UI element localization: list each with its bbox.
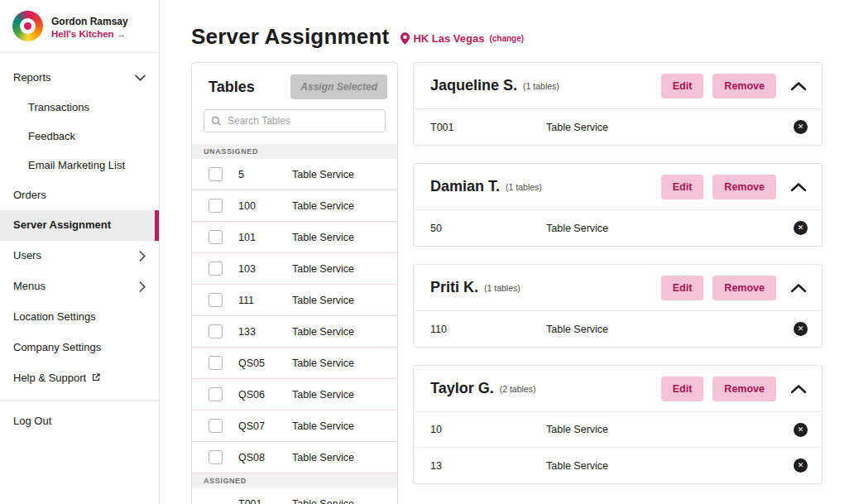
unassign-table-icon[interactable]: ✕: [794, 423, 808, 437]
server-name: Taylor G.: [430, 380, 494, 397]
collapse-chevron-icon[interactable]: [790, 283, 807, 293]
server-name: Jaqueline S.: [430, 77, 517, 94]
server-card: Taylor G.(2 tables)EditRemove10Table Ser…: [413, 365, 823, 484]
table-id: 50: [430, 223, 546, 234]
table-checkbox[interactable]: [209, 324, 223, 338]
sidebar-item-email-marketing-list[interactable]: Email Marketing List: [0, 151, 159, 180]
location-selector: HK Las Vegas (change): [401, 32, 524, 45]
table-id: QS05: [238, 358, 292, 369]
collapse-chevron-icon[interactable]: [790, 81, 807, 91]
table-row: T001Table Service: [192, 488, 397, 504]
remove-button[interactable]: Remove: [712, 276, 776, 300]
table-type: Table Service: [292, 295, 354, 306]
unassign-table-icon[interactable]: ✕: [794, 120, 808, 134]
table-checkbox[interactable]: [209, 262, 223, 276]
sidebar-item-transactions[interactable]: Transactions: [0, 94, 159, 122]
sidebar-item-feedback[interactable]: Feedback: [0, 122, 159, 151]
server-table-count: (1 tables): [506, 182, 652, 192]
main-content: Server Assignment HK Las Vegas (change) …: [160, 0, 854, 504]
table-id: QS06: [238, 389, 292, 401]
remove-button[interactable]: Remove: [712, 175, 776, 199]
assigned-table-row: T001Table Service✕: [414, 109, 822, 145]
page-header: Server Assignment HK Las Vegas (change): [191, 0, 823, 62]
page-title: Server Assignment: [191, 24, 389, 50]
sidebar-item-location-settings[interactable]: Location Settings: [0, 302, 159, 333]
table-row: QS06Table Service: [192, 379, 397, 410]
assigned-table-row: 110Table Service✕: [414, 311, 822, 347]
collapse-chevron-icon[interactable]: [790, 182, 807, 192]
table-row: 103Table Service: [192, 253, 397, 285]
tables-panel-header: Tables Assign Selected: [192, 63, 397, 109]
sidebar-item-reports[interactable]: Reports: [0, 63, 159, 94]
table-id: 5: [238, 169, 292, 180]
divider: [0, 400, 159, 401]
assign-selected-button[interactable]: Assign Selected: [290, 74, 387, 99]
table-checkbox[interactable]: [209, 167, 223, 181]
chevron-down-icon: [135, 74, 146, 81]
server-card-header: Priti K.(1 tables)EditRemove: [414, 265, 822, 311]
server-table-count: (2 tables): [500, 384, 652, 394]
assigned-table-row: 50Table Service✕: [414, 210, 822, 246]
server-table-count: (1 tables): [484, 283, 652, 293]
remove-button[interactable]: Remove: [712, 74, 776, 98]
org-link[interactable]: Hell's Kitchen →: [51, 29, 128, 39]
edit-button[interactable]: Edit: [661, 175, 704, 199]
unassign-table-icon[interactable]: ✕: [794, 458, 808, 473]
table-type: Table Service: [546, 223, 794, 234]
sidebar-item-users[interactable]: Users: [0, 241, 159, 271]
table-checkbox[interactable]: [209, 387, 223, 401]
assigned-section-header: ASSIGNED: [192, 473, 397, 488]
table-checkbox[interactable]: [209, 419, 223, 433]
table-id: 133: [238, 326, 292, 338]
chevron-right-icon: [139, 281, 146, 292]
location-pin-icon: [401, 32, 410, 45]
sidebar-item-help-support[interactable]: Help & Support: [0, 363, 159, 394]
search-tables-input[interactable]: [204, 109, 386, 132]
external-link-icon: [91, 372, 101, 382]
table-checkbox[interactable]: [209, 230, 223, 244]
profile-text: Gordon Ramsay Hell's Kitchen →: [51, 14, 128, 39]
tables-panel: Tables Assign Selected UNASSIGNED 5Table…: [191, 62, 398, 504]
table-type: Table Service: [546, 424, 794, 435]
table-id: 101: [238, 232, 292, 243]
remove-button[interactable]: Remove: [712, 377, 776, 401]
table-id: T001: [238, 498, 292, 504]
unassign-table-icon[interactable]: ✕: [794, 322, 808, 336]
table-id: QS07: [238, 420, 292, 432]
server-name: Priti K.: [430, 279, 478, 296]
collapse-chevron-icon[interactable]: [790, 384, 807, 394]
table-type: Table Service: [292, 200, 354, 212]
unassign-table-icon[interactable]: ✕: [794, 221, 808, 235]
table-checkbox[interactable]: [209, 199, 223, 213]
table-type: Table Service: [546, 324, 794, 335]
assigned-list: T001Table Service: [192, 488, 397, 504]
table-type: Table Service: [292, 232, 354, 243]
table-id: 100: [238, 200, 292, 212]
table-row: 133Table Service: [192, 316, 397, 348]
table-checkbox[interactable]: [209, 356, 223, 370]
table-id: T001: [430, 122, 546, 133]
table-type: Table Service: [292, 498, 354, 504]
server-card-header: Taylor G.(2 tables)EditRemove: [414, 366, 822, 412]
edit-button[interactable]: Edit: [661, 74, 704, 98]
table-row: 111Table Service: [192, 285, 397, 316]
table-id: 13: [430, 460, 546, 472]
unassigned-list: 5Table Service100Table Service101Table S…: [192, 159, 397, 473]
table-type: Table Service: [546, 460, 794, 472]
change-location-link[interactable]: (change): [489, 34, 524, 43]
sidebar-item-company-settings[interactable]: Company Settings: [0, 333, 159, 363]
table-type: Table Service: [292, 420, 354, 432]
sidebar-item-log-out[interactable]: Log Out: [0, 406, 159, 437]
assigned-table-row: 13Table Service✕: [414, 448, 822, 483]
sidebar-item-menus[interactable]: Menus: [0, 271, 159, 302]
edit-button[interactable]: Edit: [661, 377, 704, 401]
table-checkbox[interactable]: [209, 293, 223, 307]
sidebar-item-server-assignment[interactable]: Server Assignment: [0, 210, 159, 241]
edit-button[interactable]: Edit: [661, 276, 704, 300]
assigned-table-row: 10Table Service✕: [414, 412, 822, 448]
sidebar-item-orders[interactable]: Orders: [0, 180, 159, 211]
table-checkbox[interactable]: [209, 450, 223, 464]
table-id: 103: [238, 263, 292, 275]
table-row: 5Table Service: [192, 159, 397, 190]
user-name: Gordon Ramsay: [51, 14, 128, 29]
